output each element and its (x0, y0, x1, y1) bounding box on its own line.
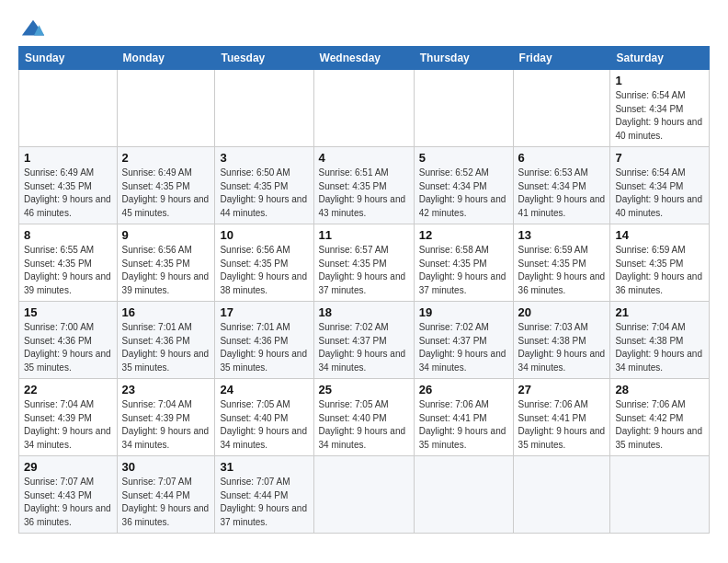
day-number: 1 (615, 74, 704, 87)
calendar-cell: 1Sunrise: 6:54 AMSunset: 4:34 PMDaylight… (610, 70, 710, 147)
calendar-cell: 16Sunrise: 7:01 AMSunset: 4:36 PMDayligh… (117, 302, 215, 379)
calendar-cell: 27Sunrise: 7:06 AMSunset: 4:41 PMDayligh… (513, 379, 610, 456)
logo-area (18, 17, 46, 39)
day-info: Sunrise: 7:06 AMSunset: 4:42 PMDaylight:… (615, 398, 704, 452)
day-number: 27 (518, 383, 606, 396)
day-number: 19 (419, 305, 508, 319)
calendar-cell: 26Sunrise: 7:06 AMSunset: 4:41 PMDayligh… (414, 379, 513, 456)
day-info: Sunrise: 7:07 AMSunset: 4:43 PMDaylight:… (24, 476, 112, 529)
calendar-cell: 23Sunrise: 7:04 AMSunset: 4:39 PMDayligh… (117, 379, 215, 456)
day-info: Sunrise: 6:54 AMSunset: 4:34 PMDaylight:… (615, 167, 704, 220)
calendar-week-row: 8Sunrise: 6:55 AMSunset: 4:35 PMDaylight… (19, 224, 710, 302)
day-number: 17 (220, 305, 308, 319)
day-number: 23 (122, 383, 210, 396)
day-number: 31 (220, 460, 308, 474)
calendar-cell: 7Sunrise: 6:54 AMSunset: 4:34 PMDaylight… (610, 147, 710, 224)
day-number: 5 (419, 151, 508, 165)
day-info: Sunrise: 7:04 AMSunset: 4:38 PMDaylight:… (615, 321, 704, 374)
calendar-cell: 19Sunrise: 7:02 AMSunset: 4:37 PMDayligh… (414, 302, 513, 379)
calendar-week-row: 1Sunrise: 6:54 AMSunset: 4:34 PMDaylight… (19, 70, 710, 147)
day-info: Sunrise: 7:07 AMSunset: 4:44 PMDaylight:… (220, 476, 308, 529)
day-number: 18 (319, 305, 409, 319)
calendar-cell: 1Sunrise: 6:49 AMSunset: 4:35 PMDaylight… (19, 147, 118, 224)
calendar-cell: 29Sunrise: 7:07 AMSunset: 4:43 PMDayligh… (19, 456, 118, 534)
day-info: Sunrise: 7:07 AMSunset: 4:44 PMDaylight:… (122, 476, 210, 529)
calendar-cell (414, 70, 513, 147)
calendar-cell (610, 456, 710, 534)
calendar-header-saturday: Saturday (610, 47, 710, 70)
calendar-cell: 24Sunrise: 7:05 AMSunset: 4:40 PMDayligh… (215, 379, 313, 456)
day-number: 4 (319, 151, 409, 165)
day-number: 29 (24, 460, 112, 474)
day-info: Sunrise: 7:04 AMSunset: 4:39 PMDaylight:… (122, 398, 210, 452)
day-info: Sunrise: 6:53 AMSunset: 4:34 PMDaylight:… (518, 167, 606, 220)
day-number: 26 (419, 383, 508, 396)
day-info: Sunrise: 6:58 AMSunset: 4:35 PMDaylight:… (419, 244, 508, 297)
calendar-week-row: 22Sunrise: 7:04 AMSunset: 4:39 PMDayligh… (19, 379, 710, 456)
calendar-cell: 6Sunrise: 6:53 AMSunset: 4:34 PMDaylight… (513, 147, 610, 224)
day-number: 20 (518, 305, 606, 319)
calendar-cell: 10Sunrise: 6:56 AMSunset: 4:35 PMDayligh… (215, 224, 313, 302)
day-info: Sunrise: 7:04 AMSunset: 4:39 PMDaylight:… (24, 398, 112, 452)
calendar-cell: 8Sunrise: 6:55 AMSunset: 4:35 PMDaylight… (19, 224, 118, 302)
calendar-cell (513, 456, 610, 534)
calendar-cell: 9Sunrise: 6:56 AMSunset: 4:35 PMDaylight… (117, 224, 215, 302)
calendar-week-row: 1Sunrise: 6:49 AMSunset: 4:35 PMDaylight… (19, 147, 710, 224)
day-number: 10 (220, 228, 308, 242)
day-info: Sunrise: 7:00 AMSunset: 4:36 PMDaylight:… (24, 321, 112, 374)
calendar-header-monday: Monday (117, 47, 215, 70)
calendar-cell: 28Sunrise: 7:06 AMSunset: 4:42 PMDayligh… (610, 379, 710, 456)
calendar-cell: 17Sunrise: 7:01 AMSunset: 4:36 PMDayligh… (215, 302, 313, 379)
calendar-cell: 5Sunrise: 6:52 AMSunset: 4:34 PMDaylight… (414, 147, 513, 224)
calendar-page: SundayMondayTuesdayWednesdayThursdayFrid… (0, 0, 728, 543)
day-number: 13 (518, 228, 606, 242)
day-info: Sunrise: 6:51 AMSunset: 4:35 PMDaylight:… (319, 167, 409, 220)
day-info: Sunrise: 7:01 AMSunset: 4:36 PMDaylight:… (122, 321, 210, 374)
day-number: 1 (24, 151, 112, 165)
day-info: Sunrise: 6:55 AMSunset: 4:35 PMDaylight:… (24, 244, 112, 297)
calendar-cell: 4Sunrise: 6:51 AMSunset: 4:35 PMDaylight… (313, 147, 414, 224)
day-number: 6 (518, 151, 606, 165)
calendar-cell (117, 70, 215, 147)
day-info: Sunrise: 6:50 AMSunset: 4:35 PMDaylight:… (220, 167, 308, 220)
day-number: 28 (615, 383, 704, 396)
calendar-header-wednesday: Wednesday (313, 47, 414, 70)
calendar-cell: 2Sunrise: 6:49 AMSunset: 4:35 PMDaylight… (117, 147, 215, 224)
day-info: Sunrise: 7:05 AMSunset: 4:40 PMDaylight:… (319, 398, 409, 452)
calendar-table: SundayMondayTuesdayWednesdayThursdayFrid… (18, 46, 710, 534)
calendar-cell: 21Sunrise: 7:04 AMSunset: 4:38 PMDayligh… (610, 302, 710, 379)
calendar-cell: 31Sunrise: 7:07 AMSunset: 4:44 PMDayligh… (215, 456, 313, 534)
calendar-cell: 25Sunrise: 7:05 AMSunset: 4:40 PMDayligh… (313, 379, 414, 456)
calendar-week-row: 29Sunrise: 7:07 AMSunset: 4:43 PMDayligh… (19, 456, 710, 534)
calendar-cell (313, 456, 414, 534)
calendar-cell: 12Sunrise: 6:58 AMSunset: 4:35 PMDayligh… (414, 224, 513, 302)
day-info: Sunrise: 7:03 AMSunset: 4:38 PMDaylight:… (518, 321, 606, 374)
calendar-header-sunday: Sunday (19, 47, 118, 70)
day-info: Sunrise: 6:54 AMSunset: 4:34 PMDaylight:… (615, 89, 704, 143)
day-info: Sunrise: 7:02 AMSunset: 4:37 PMDaylight:… (419, 321, 508, 374)
day-info: Sunrise: 6:56 AMSunset: 4:35 PMDaylight:… (220, 244, 308, 297)
day-number: 30 (122, 460, 210, 474)
day-number: 15 (24, 305, 112, 319)
logo-icon (20, 17, 46, 42)
calendar-cell (215, 70, 313, 147)
calendar-cell: 20Sunrise: 7:03 AMSunset: 4:38 PMDayligh… (513, 302, 610, 379)
day-number: 25 (319, 383, 409, 396)
day-info: Sunrise: 6:49 AMSunset: 4:35 PMDaylight:… (24, 167, 112, 220)
calendar-cell: 18Sunrise: 7:02 AMSunset: 4:37 PMDayligh… (313, 302, 414, 379)
day-info: Sunrise: 6:49 AMSunset: 4:35 PMDaylight:… (122, 167, 210, 220)
calendar-cell (313, 70, 414, 147)
day-info: Sunrise: 6:56 AMSunset: 4:35 PMDaylight:… (122, 244, 210, 297)
day-number: 14 (615, 228, 704, 242)
calendar-cell: 13Sunrise: 6:59 AMSunset: 4:35 PMDayligh… (513, 224, 610, 302)
header-area (18, 17, 710, 39)
calendar-cell: 15Sunrise: 7:00 AMSunset: 4:36 PMDayligh… (19, 302, 118, 379)
calendar-cell: 22Sunrise: 7:04 AMSunset: 4:39 PMDayligh… (19, 379, 118, 456)
logo (18, 17, 46, 42)
calendar-cell: 14Sunrise: 6:59 AMSunset: 4:35 PMDayligh… (610, 224, 710, 302)
day-number: 11 (319, 228, 409, 242)
calendar-cell: 3Sunrise: 6:50 AMSunset: 4:35 PMDaylight… (215, 147, 313, 224)
calendar-cell: 30Sunrise: 7:07 AMSunset: 4:44 PMDayligh… (117, 456, 215, 534)
day-number: 8 (24, 228, 112, 242)
day-info: Sunrise: 6:52 AMSunset: 4:34 PMDaylight:… (419, 167, 508, 220)
